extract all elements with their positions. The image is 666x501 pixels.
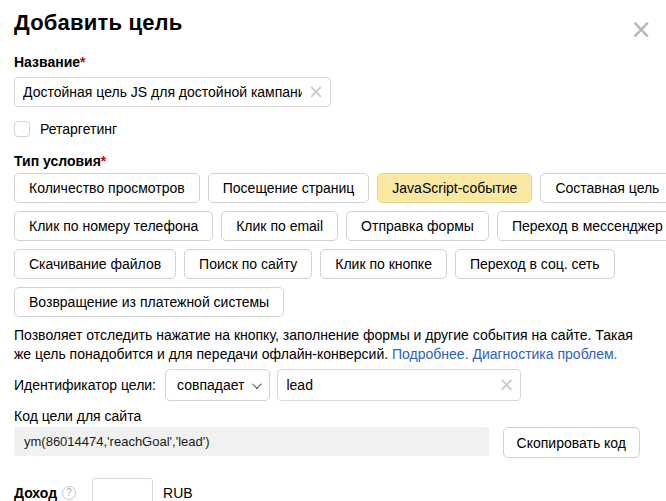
clear-icon[interactable]: ×	[499, 375, 515, 394]
chevron-down-icon	[252, 379, 262, 389]
condition-type-button[interactable]: Поиск по сайту	[184, 249, 312, 279]
condition-type-button[interactable]: Количество просмотров	[14, 173, 200, 203]
goal-code-row: ym(86014474,'reachGoal','lead') Скопиров…	[14, 427, 640, 458]
goal-id-row: Идентификатор цели: совпадает ×	[14, 369, 640, 401]
goal-id-input[interactable]	[277, 369, 521, 401]
condition-type-label-text: Тип условия	[14, 153, 101, 169]
goal-id-label: Идентификатор цели:	[14, 369, 156, 401]
retargeting-label: Ретаргетинг	[40, 121, 117, 137]
condition-type-button[interactable]: Переход в мессенджер	[497, 211, 666, 241]
condition-type-button[interactable]: Переход в соц. сеть	[455, 249, 615, 279]
condition-type-rows: Количество просмотровПосещение страницJa…	[14, 173, 640, 317]
goal-code-label: Код цели для сайта	[14, 408, 640, 425]
goal-id-operator-select[interactable]: совпадает	[165, 369, 270, 401]
condition-type-button[interactable]: JavaScript-событие	[377, 173, 532, 203]
revenue-currency-label: RUB	[163, 485, 193, 501]
name-field-label: Название*	[14, 54, 640, 70]
add-goal-dialog: Добавить цель × Название* × Ретаргетинг …	[0, 10, 666, 501]
description-text: Позволяет отследить нажатие на кнопку, з…	[14, 326, 640, 364]
revenue-row: Доход ? RUB	[14, 478, 640, 501]
close-button[interactable]: ×	[630, 16, 652, 42]
revenue-input[interactable]	[92, 478, 153, 501]
condition-type-button[interactable]: Составная цель	[540, 173, 666, 203]
goal-code-value: ym(86014474,'reachGoal','lead')	[14, 427, 489, 456]
condition-type-button[interactable]: Клик по номеру телефона	[14, 211, 213, 241]
name-input[interactable]	[14, 77, 331, 107]
condition-type-label: Тип условия*	[14, 153, 640, 169]
goal-id-input-wrap: ×	[277, 369, 521, 401]
name-input-wrap: ×	[14, 77, 331, 107]
clear-icon[interactable]: ×	[308, 82, 324, 101]
condition-type-button[interactable]: Клик по кнопке	[320, 249, 447, 279]
condition-type-button[interactable]: Посещение страниц	[208, 173, 370, 203]
name-field-label-text: Название	[14, 54, 80, 70]
dialog-title: Добавить цель	[14, 10, 640, 36]
condition-type-row: Количество просмотровПосещение страницJa…	[14, 173, 640, 203]
retargeting-checkbox[interactable]	[14, 121, 30, 137]
goal-id-operator-value: совпадает	[177, 377, 244, 393]
condition-type-button[interactable]: Отправка формы	[346, 211, 489, 241]
diagnostics-link[interactable]: Диагностика проблем.	[472, 346, 617, 362]
close-icon: ×	[630, 14, 652, 44]
revenue-label: Доход	[14, 485, 57, 501]
condition-type-row: Клик по номеру телефонаКлик по emailОтпр…	[14, 211, 640, 241]
condition-type-button[interactable]: Клик по email	[221, 211, 338, 241]
condition-type-button[interactable]: Возвращение из платежной системы	[14, 287, 284, 317]
copy-code-button[interactable]: Скопировать код	[503, 427, 640, 458]
retargeting-row[interactable]: Ретаргетинг	[14, 120, 640, 137]
condition-type-button[interactable]: Скачивание файлов	[14, 249, 176, 279]
help-icon[interactable]: ?	[62, 486, 76, 500]
condition-type-row: Возвращение из платежной системы	[14, 287, 640, 317]
condition-type-row: Скачивание файловПоиск по сайтуКлик по к…	[14, 249, 640, 279]
required-asterisk: *	[101, 153, 106, 169]
required-asterisk: *	[80, 54, 85, 70]
more-link[interactable]: Подробнее.	[392, 346, 469, 362]
